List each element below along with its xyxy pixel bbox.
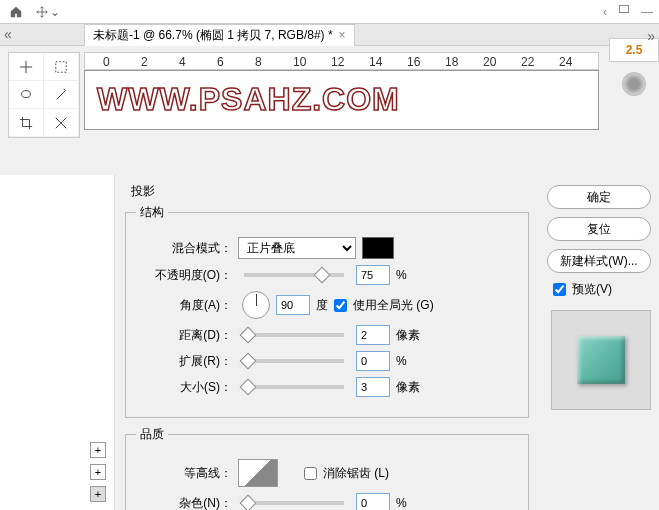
minimize-icon[interactable]: — bbox=[641, 5, 653, 19]
window-box-icon[interactable] bbox=[619, 5, 629, 13]
move-tool[interactable] bbox=[9, 53, 44, 81]
distance-slider[interactable] bbox=[244, 333, 344, 337]
antialias-checkbox[interactable] bbox=[304, 467, 317, 480]
quality-fieldset: 品质 等高线： 消除锯齿 (L) 杂色(N)： % bbox=[125, 426, 529, 510]
top-toolbar: ⌄ ‹ — bbox=[0, 0, 659, 24]
structure-legend: 结构 bbox=[136, 204, 168, 221]
navigator-icon[interactable] bbox=[622, 72, 646, 96]
canvas-text: WWW.PSAHZ.COM bbox=[97, 81, 586, 118]
quality-legend: 品质 bbox=[136, 426, 168, 443]
add-style-button-3[interactable]: + bbox=[90, 486, 106, 502]
opacity-slider[interactable] bbox=[244, 273, 344, 277]
preview-label: 预览(V) bbox=[572, 281, 612, 298]
distance-unit: 像素 bbox=[396, 327, 420, 344]
blend-mode-select[interactable]: 正片叠底 bbox=[238, 237, 356, 259]
spread-unit: % bbox=[396, 354, 407, 368]
add-style-button-1[interactable]: + bbox=[90, 442, 106, 458]
document-tab-bar: 未标题-1 @ 66.7% (椭圆 1 拷贝 7, RGB/8#) * × bbox=[0, 24, 659, 46]
distance-input[interactable] bbox=[356, 325, 390, 345]
section-title-shadow: 投影 bbox=[131, 183, 529, 200]
document-tab[interactable]: 未标题-1 @ 66.7% (椭圆 1 拷贝 7, RGB/8#) * × bbox=[84, 24, 355, 46]
distance-label: 距离(D)： bbox=[136, 327, 232, 344]
noise-slider[interactable] bbox=[244, 501, 344, 505]
home-icon[interactable] bbox=[4, 2, 28, 22]
noise-label: 杂色(N)： bbox=[136, 495, 232, 511]
svg-rect-0 bbox=[56, 61, 67, 72]
preview-checkbox[interactable] bbox=[553, 283, 566, 296]
antialias-label: 消除锯齿 (L) bbox=[323, 465, 389, 482]
size-label: 大小(S)： bbox=[136, 379, 232, 396]
angle-label: 角度(A)： bbox=[136, 297, 232, 314]
angle-input[interactable] bbox=[276, 295, 310, 315]
shadow-color-swatch[interactable] bbox=[362, 237, 394, 259]
collapse-left-icon[interactable]: « bbox=[4, 26, 12, 42]
document-tab-title: 未标题-1 @ 66.7% (椭圆 1 拷贝 7, RGB/8#) * bbox=[93, 27, 333, 44]
right-panel-strip: » 2.5 bbox=[609, 30, 659, 106]
canvas-area: 0 2 4 6 8 10 12 14 16 18 20 22 24 WWW.PS… bbox=[84, 52, 599, 130]
new-style-button[interactable]: 新建样式(W)... bbox=[547, 249, 651, 273]
opacity-unit: % bbox=[396, 268, 407, 282]
crop-tool[interactable] bbox=[9, 109, 44, 137]
contour-picker[interactable] bbox=[238, 459, 278, 487]
settings-column: 投影 结构 混合模式： 正片叠底 不透明度(O)： % 角度(A)： 度 使用全… bbox=[115, 175, 539, 510]
collapse-right-icon[interactable]: » bbox=[647, 28, 655, 44]
style-list-column: + + + bbox=[0, 175, 115, 510]
structure-fieldset: 结构 混合模式： 正片叠底 不透明度(O)： % 角度(A)： 度 使用全局光 … bbox=[125, 204, 529, 418]
noise-unit: % bbox=[396, 496, 407, 510]
global-light-label: 使用全局光 (G) bbox=[353, 297, 434, 314]
add-style-button-2[interactable]: + bbox=[90, 464, 106, 480]
tool-panel bbox=[8, 52, 80, 138]
size-input[interactable] bbox=[356, 377, 390, 397]
marquee-tool[interactable] bbox=[44, 53, 79, 81]
opacity-label: 不透明度(O)： bbox=[136, 267, 232, 284]
layer-style-dialog: + + + 投影 结构 混合模式： 正片叠底 不透明度(O)： % 角度(A)： bbox=[0, 175, 659, 510]
contour-label: 等高线： bbox=[136, 465, 232, 482]
spread-slider[interactable] bbox=[244, 359, 344, 363]
size-unit: 像素 bbox=[396, 379, 420, 396]
slice-tool[interactable] bbox=[44, 109, 79, 137]
svg-point-1 bbox=[22, 90, 31, 97]
dialog-buttons-column: 确定 复位 新建样式(W)... 预览(V) bbox=[539, 175, 659, 510]
close-tab-icon[interactable]: × bbox=[339, 28, 346, 42]
lasso-tool[interactable] bbox=[9, 81, 44, 109]
size-slider[interactable] bbox=[244, 385, 344, 389]
noise-input[interactable] bbox=[356, 493, 390, 510]
preview-box bbox=[551, 310, 651, 410]
canvas[interactable]: WWW.PSAHZ.COM bbox=[84, 70, 599, 130]
spread-input[interactable] bbox=[356, 351, 390, 371]
ruler-horizontal: 0 2 4 6 8 10 12 14 16 18 20 22 24 bbox=[84, 52, 599, 70]
ok-button[interactable]: 确定 bbox=[547, 185, 651, 209]
opacity-input[interactable] bbox=[356, 265, 390, 285]
move-tool-icon[interactable]: ⌄ bbox=[36, 2, 60, 22]
arrow-left-icon[interactable]: ‹ bbox=[603, 5, 607, 19]
angle-dial[interactable] bbox=[242, 291, 270, 319]
spread-label: 扩展(R)： bbox=[136, 353, 232, 370]
reset-button[interactable]: 复位 bbox=[547, 217, 651, 241]
preview-swatch bbox=[577, 336, 625, 384]
angle-unit: 度 bbox=[316, 297, 328, 314]
global-light-checkbox[interactable] bbox=[334, 299, 347, 312]
blend-mode-label: 混合模式： bbox=[136, 240, 232, 257]
wand-tool[interactable] bbox=[44, 81, 79, 109]
